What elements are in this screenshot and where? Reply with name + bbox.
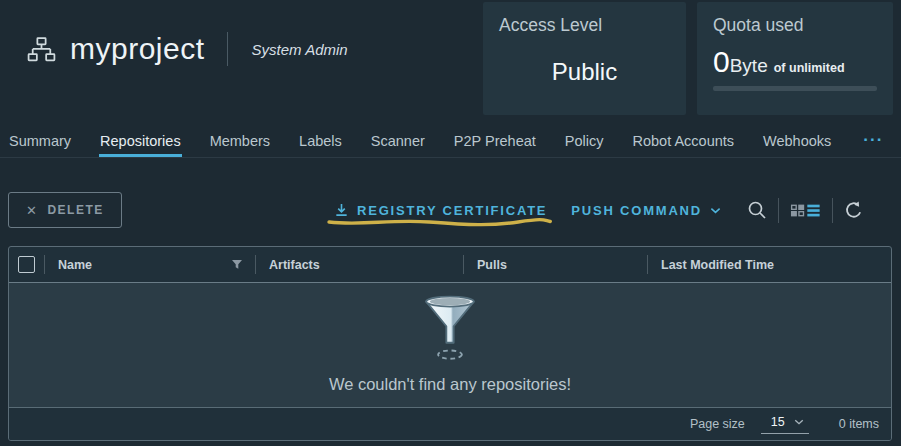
- column-label: Artifacts: [269, 258, 320, 272]
- column-header-name: Name: [44, 247, 255, 282]
- column-header-pulls: Pulls: [463, 247, 647, 282]
- column-header-artifacts: Artifacts: [255, 247, 463, 282]
- chevron-down-icon: [794, 419, 804, 425]
- close-icon: ✕: [26, 203, 38, 218]
- access-level-card: Access Level Public: [483, 2, 686, 115]
- toolbar-divider: [832, 198, 833, 223]
- project-hierarchy-icon: [26, 36, 57, 63]
- column-header-last-modified: Last Modified Time: [647, 247, 891, 282]
- access-level-label: Access Level: [499, 15, 670, 36]
- access-level-value: Public: [499, 58, 670, 86]
- empty-funnel-icon: [418, 293, 482, 365]
- page-size-label: Page size: [690, 417, 745, 431]
- quota-progress-bar: [713, 86, 877, 91]
- column-label: Last Modified Time: [661, 258, 774, 272]
- download-icon: [334, 202, 349, 218]
- quota-used-value: 0: [713, 45, 730, 79]
- project-header: myproject System Admin: [26, 32, 348, 66]
- quota-unit: Byte: [730, 55, 768, 77]
- tab-scanner[interactable]: Scanner: [370, 127, 426, 157]
- role-badge: System Admin: [252, 41, 348, 58]
- page-size-value: 15: [771, 415, 785, 429]
- quota-limit: of unlimited: [774, 61, 845, 75]
- page-size-select[interactable]: 15: [761, 414, 809, 434]
- card-list-view-icon: [790, 202, 821, 219]
- tab-members[interactable]: Members: [209, 127, 271, 157]
- table-header-row: Name Artifacts Pulls Last Modified Time: [9, 247, 891, 283]
- refresh-icon: [844, 201, 863, 220]
- select-all-checkbox[interactable]: [18, 256, 35, 273]
- delete-button[interactable]: ✕ DELETE: [8, 192, 122, 228]
- project-tab-bar: Summary Repositories Members Labels Scan…: [0, 127, 901, 158]
- header-checkbox-cell: [9, 247, 44, 282]
- tab-policy[interactable]: Policy: [564, 127, 605, 157]
- registry-certificate-link[interactable]: REGISTRY CERTIFICATE: [334, 202, 547, 218]
- quota-label: Quota used: [713, 15, 877, 36]
- table-footer: Page size 15 0 items: [9, 407, 891, 440]
- tab-p2p-preheat[interactable]: P2P Preheat: [453, 127, 537, 157]
- empty-message: We couldn't find any repositories!: [329, 375, 571, 394]
- yellow-annotation-underline: [326, 217, 553, 228]
- registry-certificate-label: REGISTRY CERTIFICATE: [357, 203, 547, 218]
- quota-card: Quota used 0 Byte of unlimited: [697, 2, 893, 115]
- toolbar-divider: [778, 198, 779, 223]
- repositories-toolbar: ✕ DELETE REGISTRY CERTIFICATE PUSH COMMA…: [0, 186, 901, 234]
- view-toggle-button[interactable]: [788, 200, 823, 221]
- items-count: 0 items: [839, 417, 879, 431]
- refresh-button[interactable]: [842, 199, 865, 222]
- column-label: Pulls: [477, 258, 507, 272]
- delete-button-label: DELETE: [47, 203, 103, 217]
- tab-labels[interactable]: Labels: [298, 127, 343, 157]
- project-title: myproject: [70, 32, 205, 66]
- tab-robot-accounts[interactable]: Robot Accounts: [631, 127, 735, 157]
- push-command-label: PUSH COMMAND: [571, 203, 702, 218]
- tab-repositories[interactable]: Repositories: [99, 127, 182, 157]
- tab-summary[interactable]: Summary: [8, 127, 72, 157]
- table-empty-state: We couldn't find any repositories!: [9, 283, 891, 407]
- repositories-table: Name Artifacts Pulls Last Modified Time: [8, 246, 892, 441]
- search-icon: [747, 200, 767, 220]
- search-button[interactable]: [745, 198, 769, 222]
- push-command-button[interactable]: PUSH COMMAND: [571, 203, 721, 218]
- tab-webhooks[interactable]: Webhooks: [762, 127, 832, 157]
- header-divider: [227, 32, 228, 66]
- column-label: Name: [58, 258, 92, 272]
- filter-icon[interactable]: [231, 259, 243, 270]
- chevron-down-icon: [710, 207, 721, 214]
- more-tabs-ellipsis-icon[interactable]: ···: [863, 127, 883, 157]
